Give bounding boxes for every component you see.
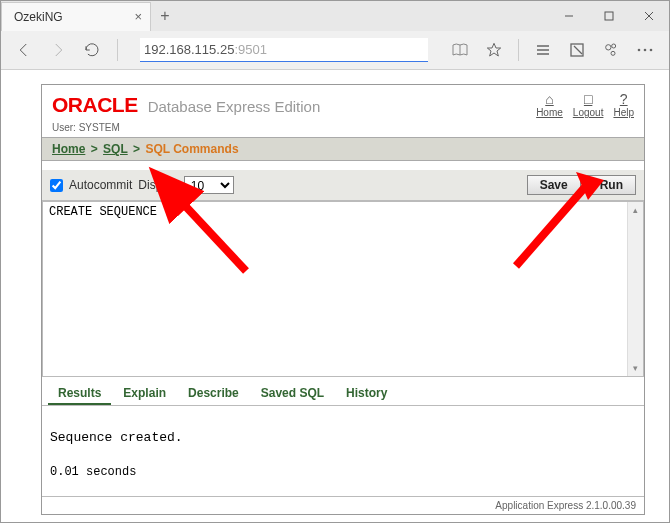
sql-query-text: CREATE SEQUENCE Y [43,202,643,222]
run-button[interactable]: Run [587,175,636,195]
tab-title: OzekiNG [14,10,63,24]
browser-tab[interactable]: OzekiNG × [1,2,151,31]
svg-point-13 [650,49,653,52]
close-button[interactable] [629,1,669,30]
display-label: Display [138,178,177,192]
svg-point-10 [611,51,615,55]
user-info: User: SYSTEM [42,120,644,137]
app-footer: Application Express 2.1.0.00.39 [42,496,644,514]
tab-describe[interactable]: Describe [178,383,249,405]
breadcrumb-home[interactable]: Home [52,142,85,156]
svg-point-8 [606,45,611,50]
breadcrumb: Home > SQL > SQL Commands [42,137,644,161]
url-host: 192.168.115.25 [144,42,234,57]
tab-results[interactable]: Results [48,383,111,405]
app-header: ORACLE Database Express Edition ⌂ Home □… [42,85,644,120]
svg-rect-7 [571,44,583,56]
refresh-button[interactable] [77,35,107,65]
notes-icon[interactable] [561,35,593,65]
hub-icon[interactable] [527,35,559,65]
tab-saved-sql[interactable]: Saved SQL [251,383,334,405]
url-bar[interactable]: 192.168.115.25:9501 [140,38,428,62]
svg-rect-1 [605,12,613,20]
autocommit-label: Autocommit [69,178,132,192]
url-port: :9501 [234,42,267,57]
result-tabs: Results Explain Describe Saved SQL Histo… [42,377,644,406]
display-select[interactable]: 10 [184,176,234,194]
breadcrumb-current: SQL Commands [145,142,238,156]
result-message: Sequence created. [50,430,636,445]
sql-editor[interactable]: CREATE SEQUENCE Y ▴ ▾ [42,201,644,377]
logout-link[interactable]: □ Logout [573,91,604,118]
save-button[interactable]: Save [527,175,581,195]
svg-point-12 [644,49,647,52]
help-link[interactable]: ? Help [613,91,634,118]
product-name: Database Express Edition [148,98,321,115]
back-button[interactable] [9,35,39,65]
close-tab-icon[interactable]: × [134,9,142,24]
sql-toolbar: Autocommit Display 10 Save Run [42,169,644,201]
home-icon: ⌂ [536,91,563,107]
tab-explain[interactable]: Explain [113,383,176,405]
more-icon[interactable] [629,35,661,65]
scroll-up-icon[interactable]: ▴ [628,202,643,218]
favorites-icon[interactable] [478,35,510,65]
help-icon: ? [613,91,634,107]
reading-view-icon[interactable] [444,35,476,65]
new-tab-button[interactable]: + [151,2,179,31]
svg-point-11 [638,49,641,52]
breadcrumb-sql[interactable]: SQL [103,142,128,156]
page-content: ORACLE Database Express Edition ⌂ Home □… [1,70,669,515]
tab-bar: OzekiNG × + [1,1,669,31]
app-version: Application Express 2.1.0.00.39 [495,500,636,511]
username: SYSTEM [79,122,120,133]
result-panel: Sequence created. 0.01 seconds [42,406,644,496]
scroll-down-icon[interactable]: ▾ [628,360,643,376]
svg-point-9 [612,44,616,48]
browser-chrome: OzekiNG × + 192.168.115.25:9501 [1,1,669,70]
share-icon[interactable] [595,35,627,65]
result-timing: 0.01 seconds [50,465,636,479]
nav-bar: 192.168.115.25:9501 [1,31,669,69]
forward-button[interactable] [43,35,73,65]
scrollbar[interactable]: ▴ ▾ [627,202,643,376]
oracle-logo: ORACLE [52,93,138,117]
maximize-button[interactable] [589,1,629,30]
home-link[interactable]: ⌂ Home [536,91,563,118]
autocommit-checkbox[interactable] [50,179,63,192]
minimize-button[interactable] [549,1,589,30]
tab-history[interactable]: History [336,383,397,405]
logout-icon: □ [573,91,604,107]
